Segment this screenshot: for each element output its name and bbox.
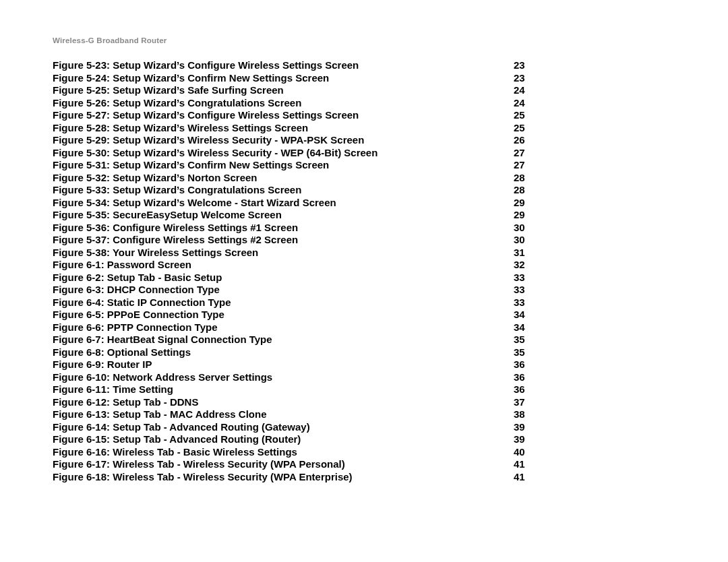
toc-row: Figure 6-11: Time Setting36: [53, 383, 533, 396]
toc-entry-title: Figure 5-35: SecureEasySetup Welcome Scr…: [53, 209, 514, 222]
toc-entry-title: Figure 5-36: Configure Wireless Settings…: [53, 222, 514, 235]
document-header: Wireless-G Broadband Router: [53, 36, 675, 44]
toc-row: Figure 6-15: Setup Tab - Advanced Routin…: [53, 433, 533, 446]
toc-entry-title: Figure 6-18: Wireless Tab - Wireless Sec…: [53, 471, 514, 484]
toc-row: Figure 5-32: Setup Wizard’s Norton Scree…: [53, 172, 533, 185]
toc-entry-page: 30: [514, 234, 533, 247]
toc-row: Figure 5-35: SecureEasySetup Welcome Scr…: [53, 209, 533, 222]
toc-entry-page: 33: [514, 284, 533, 296]
toc-row: Figure 5-31: Setup Wizard’s Confirm New …: [53, 159, 533, 172]
toc-row: Figure 5-36: Configure Wireless Settings…: [53, 222, 533, 235]
toc-entry-page: 37: [514, 396, 533, 409]
toc-entry-title: Figure 6-12: Setup Tab - DDNS: [53, 396, 514, 409]
toc-entry-page: 36: [514, 358, 533, 371]
toc-entry-title: Figure 5-32: Setup Wizard’s Norton Scree…: [53, 172, 514, 185]
toc-row: Figure 6-4: Static IP Connection Type33: [53, 296, 533, 309]
toc-entry-page: 39: [514, 433, 533, 446]
toc-row: Figure 5-34: Setup Wizard’s Welcome - St…: [53, 197, 533, 210]
toc-entry-page: 29: [514, 209, 533, 222]
toc-row: Figure 5-38: Your Wireless Settings Scre…: [53, 247, 533, 259]
toc-entry-page: 23: [514, 59, 533, 72]
toc-entry-title: Figure 6-10: Network Address Server Sett…: [53, 371, 514, 384]
toc-entry-page: 34: [514, 321, 533, 334]
toc-entry-title: Figure 6-14: Setup Tab - Advanced Routin…: [53, 421, 514, 434]
toc-entry-page: 33: [514, 296, 533, 309]
toc-entry-page: 31: [514, 247, 533, 259]
toc-row: Figure 6-9: Router IP36: [53, 358, 533, 371]
toc-entry-page: 28: [514, 172, 533, 185]
toc-entry-title: Figure 6-9: Router IP: [53, 358, 514, 371]
toc-row: Figure 5-25: Setup Wizard’s Safe Surfing…: [53, 84, 533, 97]
toc-entry-page: 38: [514, 408, 533, 421]
toc-entry-page: 39: [514, 421, 533, 434]
toc-entry-title: Figure 5-25: Setup Wizard’s Safe Surfing…: [53, 84, 514, 97]
toc-entry-page: 35: [514, 334, 533, 346]
toc-entry-title: Figure 6-6: PPTP Connection Type: [53, 321, 514, 334]
toc-row: Figure 6-3: DHCP Connection Type33: [53, 284, 533, 296]
toc-entry-page: 27: [514, 159, 533, 172]
toc-row: Figure 5-27: Setup Wizard’s Configure Wi…: [53, 109, 533, 122]
toc-entry-title: Figure 5-29: Setup Wizard’s Wireless Sec…: [53, 134, 514, 147]
toc-row: Figure 5-28: Setup Wizard’s Wireless Set…: [53, 122, 533, 135]
toc-entry-title: Figure 6-5: PPPoE Connection Type: [53, 309, 514, 321]
toc-entry-title: Figure 6-7: HeartBeat Signal Connection …: [53, 334, 514, 346]
toc-entry-page: 25: [514, 109, 533, 122]
toc-entry-page: 29: [514, 197, 533, 210]
toc-entry-title: Figure 6-17: Wireless Tab - Wireless Sec…: [53, 458, 514, 471]
toc-row: Figure 5-30: Setup Wizard’s Wireless Sec…: [53, 147, 533, 160]
toc-entry-page: 24: [514, 84, 533, 97]
toc-entry-title: Figure 6-15: Setup Tab - Advanced Routin…: [53, 433, 514, 446]
toc-entry-page: 40: [514, 446, 533, 459]
toc-entry-title: Figure 6-13: Setup Tab - MAC Address Clo…: [53, 408, 514, 421]
toc-entry-title: Figure 5-34: Setup Wizard’s Welcome - St…: [53, 197, 514, 210]
toc-row: Figure 6-14: Setup Tab - Advanced Routin…: [53, 421, 533, 434]
toc-entry-title: Figure 5-28: Setup Wizard’s Wireless Set…: [53, 122, 514, 135]
toc-row: Figure 6-8: Optional Settings35: [53, 346, 533, 359]
toc-row: Figure 6-18: Wireless Tab - Wireless Sec…: [53, 471, 533, 484]
document-page: Wireless-G Broadband Router Figure 5-23:…: [0, 0, 675, 483]
toc-entry-page: 36: [514, 371, 533, 384]
toc-row: Figure 6-5: PPPoE Connection Type34: [53, 309, 533, 321]
toc-entry-title: Figure 6-4: Static IP Connection Type: [53, 296, 514, 309]
toc-row: Figure 6-2: Setup Tab - Basic Setup33: [53, 272, 533, 284]
toc-row: Figure 5-37: Configure Wireless Settings…: [53, 234, 533, 247]
toc-entry-title: Figure 5-33: Setup Wizard’s Congratulati…: [53, 184, 514, 197]
toc-row: Figure 6-6: PPTP Connection Type34: [53, 321, 533, 334]
toc-row: Figure 5-24: Setup Wizard’s Confirm New …: [53, 72, 533, 85]
toc-entry-title: Figure 5-30: Setup Wizard’s Wireless Sec…: [53, 147, 514, 160]
toc-entry-page: 32: [514, 259, 533, 272]
toc-row: Figure 6-16: Wireless Tab - Basic Wirele…: [53, 446, 533, 459]
toc-entry-title: Figure 5-27: Setup Wizard’s Configure Wi…: [53, 109, 514, 122]
toc-entry-page: 28: [514, 184, 533, 197]
toc-entry-title: Figure 5-23: Setup Wizard’s Configure Wi…: [53, 59, 514, 72]
list-of-figures: Figure 5-23: Setup Wizard’s Configure Wi…: [53, 59, 675, 483]
toc-entry-title: Figure 5-26: Setup Wizard’s Congratulati…: [53, 97, 514, 110]
toc-entry-page: 24: [514, 97, 533, 110]
toc-entry-page: 41: [514, 471, 533, 484]
toc-entry-page: 27: [514, 147, 533, 160]
toc-entry-page: 34: [514, 309, 533, 321]
toc-row: Figure 5-33: Setup Wizard’s Congratulati…: [53, 184, 533, 197]
toc-entry-title: Figure 5-24: Setup Wizard’s Confirm New …: [53, 72, 514, 85]
toc-row: Figure 6-12: Setup Tab - DDNS37: [53, 396, 533, 409]
toc-entry-page: 41: [514, 458, 533, 471]
toc-entry-page: 36: [514, 383, 533, 396]
toc-entry-title: Figure 6-8: Optional Settings: [53, 346, 514, 359]
toc-row: Figure 6-1: Password Screen32: [53, 259, 533, 272]
toc-entry-page: 26: [514, 134, 533, 147]
toc-entry-page: 35: [514, 346, 533, 359]
toc-entry-title: Figure 6-16: Wireless Tab - Basic Wirele…: [53, 446, 514, 459]
toc-row: Figure 6-10: Network Address Server Sett…: [53, 371, 533, 384]
toc-row: Figure 5-26: Setup Wizard’s Congratulati…: [53, 97, 533, 110]
toc-row: Figure 6-7: HeartBeat Signal Connection …: [53, 334, 533, 346]
toc-entry-title: Figure 6-3: DHCP Connection Type: [53, 284, 514, 296]
toc-row: Figure 5-29: Setup Wizard’s Wireless Sec…: [53, 134, 533, 147]
toc-entry-title: Figure 5-37: Configure Wireless Settings…: [53, 234, 514, 247]
toc-row: Figure 6-17: Wireless Tab - Wireless Sec…: [53, 458, 533, 471]
toc-entry-title: Figure 6-2: Setup Tab - Basic Setup: [53, 272, 514, 284]
toc-entry-page: 25: [514, 122, 533, 135]
toc-row: Figure 5-23: Setup Wizard’s Configure Wi…: [53, 59, 533, 72]
toc-entry-title: Figure 5-38: Your Wireless Settings Scre…: [53, 247, 514, 259]
toc-row: Figure 6-13: Setup Tab - MAC Address Clo…: [53, 408, 533, 421]
toc-entry-page: 33: [514, 272, 533, 284]
